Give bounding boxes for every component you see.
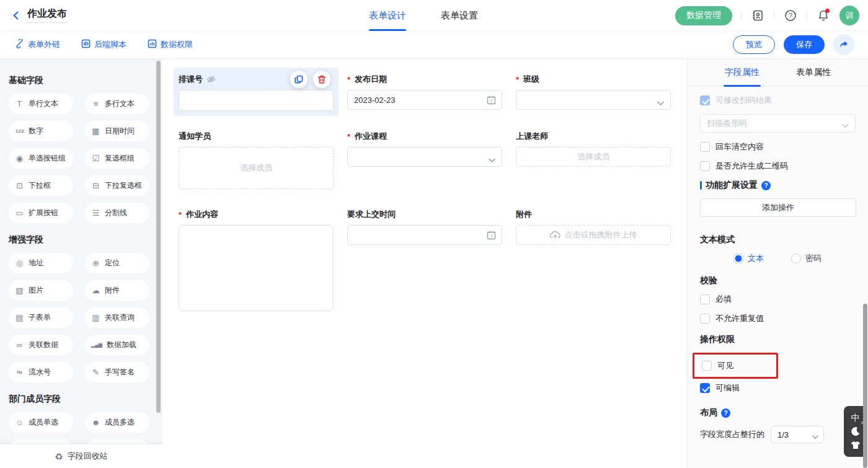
- toggle-0[interactable]: 回车清空内容: [700, 141, 856, 152]
- date-input[interactable]: 2023-02-237: [347, 90, 502, 110]
- upload-area[interactable]: 点击或拖拽附件上传: [516, 225, 671, 245]
- linked-data-icon: ∞: [15, 341, 24, 349]
- field-recycle-bin[interactable]: ♻ 字段回收站: [0, 444, 162, 468]
- member-picker[interactable]: 选择成员: [516, 147, 671, 167]
- text-mode-option-1[interactable]: 密码: [791, 253, 822, 264]
- toolbar-link-2[interactable]: 数据权限: [148, 39, 193, 50]
- palette-item-下拉复选框[interactable]: ⊟下拉复选框: [85, 175, 149, 196]
- palette-item-关联查询[interactable]: ▥关联查询: [85, 307, 149, 328]
- palette-item-成员多选[interactable]: ☻成员多选: [85, 412, 149, 433]
- palette-item-label: 关联查询: [105, 312, 135, 323]
- textarea-input[interactable]: [179, 225, 334, 311]
- layout-header: 布局 ?: [700, 407, 856, 418]
- date-input[interactable]: 7: [347, 225, 502, 245]
- form-field-排课号: 排课号: [174, 68, 339, 116]
- page-title[interactable]: 作业发布: [27, 7, 67, 23]
- palette-grid: ◎地址⊕定位▧图片☁附件▤子表单▥关联查询∞关联数据▂▄▆数据加载№流水号✎手写…: [9, 253, 162, 382]
- select-input[interactable]: [516, 90, 671, 110]
- palette-item-复选框组[interactable]: ☑复选框组: [85, 148, 149, 169]
- text-input[interactable]: [179, 90, 334, 111]
- sub-toolbar: 表单外链后端脚本数据权限 预览 保存: [0, 31, 868, 59]
- svg-text:7: 7: [490, 234, 493, 239]
- palette-item-下拉框[interactable]: ⊡下拉框: [9, 175, 73, 196]
- palette-item-分割线[interactable]: ☱分割线: [85, 203, 149, 223]
- scan-mode-select[interactable]: 扫描条形码: [700, 114, 856, 133]
- palette-item-label: 流水号: [29, 367, 51, 377]
- palette-item-label: 多行文本: [105, 99, 135, 109]
- field-label-text: 附件: [516, 209, 532, 220]
- main-tab-design[interactable]: 表单设计: [369, 0, 406, 31]
- page-scrollbar[interactable]: [863, 304, 867, 468]
- form-field-班级: *班级: [511, 68, 676, 115]
- shirt-icon[interactable]: [851, 441, 861, 449]
- palette-item-label: 成员多选: [105, 417, 135, 428]
- language-toggle[interactable]: 中a: [851, 413, 860, 422]
- palette-item-关联数据[interactable]: ∞关联数据: [9, 335, 73, 355]
- preview-button[interactable]: 预览: [733, 35, 775, 54]
- permission-1[interactable]: 可编辑: [700, 382, 856, 394]
- layout-width-label: 字段宽度占整行的: [700, 429, 764, 440]
- svg-text:?: ?: [789, 12, 792, 19]
- help-badge-icon[interactable]: ?: [721, 408, 730, 418]
- dropdown-multi-icon: ⊟: [91, 182, 100, 190]
- palette-item-成员单选[interactable]: ☺成员单选: [9, 412, 73, 433]
- validation-1[interactable]: 不允许重复值: [700, 313, 856, 324]
- main-tab-settings[interactable]: 表单设置: [441, 0, 478, 31]
- delete-field-button[interactable]: [313, 71, 330, 88]
- palette-item-流水号[interactable]: №流水号: [9, 362, 73, 382]
- header-right: 数据管理 ? 训: [675, 0, 859, 31]
- bell-icon[interactable]: [816, 8, 831, 23]
- form-field-上课老师: 上课老师选择成员: [511, 125, 676, 172]
- palette-item-定位[interactable]: ⊕定位: [85, 253, 149, 273]
- field-label: *班级: [516, 73, 671, 86]
- select-input[interactable]: [347, 147, 502, 167]
- palette-section-title: 增强字段: [9, 234, 162, 245]
- contacts-icon[interactable]: [750, 8, 765, 23]
- toolbar-link-0[interactable]: 表单外链: [15, 39, 60, 50]
- validation-0[interactable]: 必填: [700, 294, 856, 305]
- palette-item-地址[interactable]: ◎地址: [9, 253, 73, 273]
- single-line-text-icon: T: [15, 100, 24, 108]
- palette-item-单行文本[interactable]: T单行文本: [9, 94, 73, 114]
- canvas-grid: 排课号*发布日期2023-02-237*班级通知学员选择成员*作业课程上课老师选…: [174, 68, 676, 325]
- palette-item-日期时间[interactable]: ▦日期时间: [85, 121, 149, 141]
- palette-item-label: 单选按钮组: [29, 153, 66, 164]
- palette-item-手写签名[interactable]: ✎手写签名: [85, 362, 149, 382]
- data-manage-button[interactable]: 数据管理: [675, 6, 732, 25]
- add-action-button[interactable]: 添加操作: [700, 198, 856, 217]
- scan-result-checkbox-row[interactable]: 可修改扫码结果: [700, 95, 856, 106]
- panel-tab-form[interactable]: 表单属性: [796, 59, 831, 86]
- member-picker[interactable]: 选择成员: [179, 147, 334, 189]
- text-mode-radio-group: 文本密码: [700, 253, 856, 264]
- help-badge-icon[interactable]: ?: [761, 181, 771, 190]
- upload-placeholder: 点击或拖拽附件上传: [565, 229, 637, 241]
- avatar[interactable]: 训: [839, 6, 859, 25]
- required-asterisk: *: [179, 210, 182, 219]
- panel-tab-field[interactable]: 字段属性: [725, 59, 760, 86]
- copy-field-button[interactable]: [290, 71, 308, 88]
- save-button[interactable]: 保存: [784, 35, 825, 54]
- palette-item-图片[interactable]: ▧图片: [9, 280, 73, 301]
- toggle-1[interactable]: 是否允许生成二维码: [700, 161, 856, 172]
- red-highlight-box: 可见: [693, 353, 778, 379]
- palette-item-多行文本[interactable]: ≡多行文本: [85, 94, 149, 114]
- field-width-select[interactable]: 1/3: [771, 426, 824, 443]
- moon-icon[interactable]: [851, 426, 861, 436]
- radio-unselected-icon: [791, 254, 801, 263]
- text-mode-option-0[interactable]: 文本: [733, 253, 764, 264]
- palette-item-附件[interactable]: ☁附件: [85, 280, 149, 301]
- permission-0[interactable]: 可见: [702, 360, 776, 371]
- checkbox-unchecked-icon: [700, 161, 710, 171]
- palette-item-单选按钮组[interactable]: ◉单选按钮组: [9, 148, 73, 169]
- form-designer-app: 作业发布 表单设计表单设置 数据管理 ? 训 表单外链后端脚本数据权限 预览 保: [0, 0, 868, 468]
- palette-item-数据加载[interactable]: ▂▄▆数据加载: [85, 335, 149, 355]
- toolbar-link-1[interactable]: 后端脚本: [81, 39, 126, 50]
- palette-item-数字[interactable]: 123数字: [9, 121, 73, 141]
- back-button[interactable]: [11, 11, 21, 20]
- help-icon[interactable]: ?: [783, 8, 798, 23]
- share-button[interactable]: [833, 34, 854, 55]
- palette-item-子表单[interactable]: ▤子表单: [9, 307, 73, 328]
- palette-item-扩展按钮[interactable]: ▭扩展按钮: [9, 203, 73, 223]
- sidebar-scrollbar[interactable]: [156, 61, 161, 413]
- form-field-作业内容: *作业内容: [174, 203, 339, 316]
